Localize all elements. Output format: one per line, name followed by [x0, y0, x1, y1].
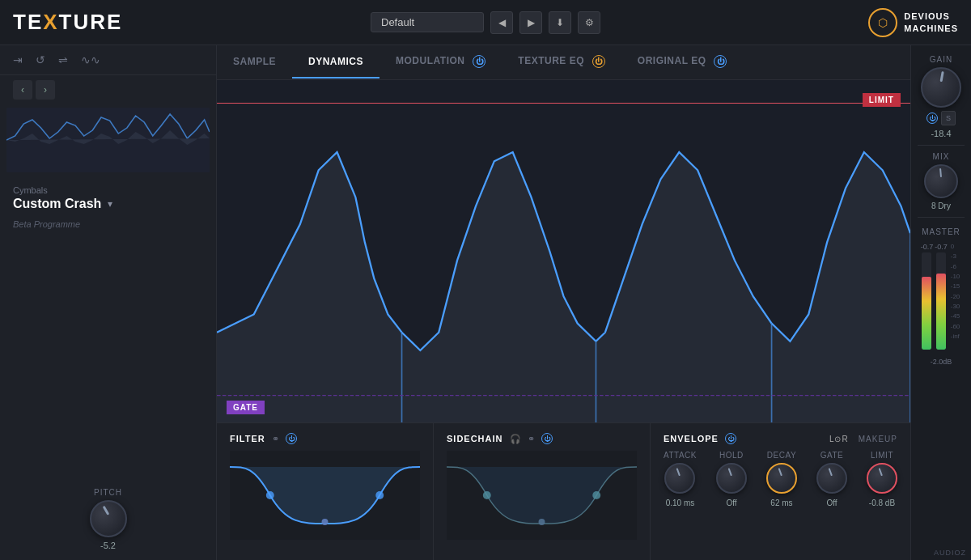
brand-logo: ⬡ DEVIOUS MACHINES: [868, 8, 958, 37]
sidechain-header: SIDECHAIN 🎧 ⚭ ⏻: [447, 433, 637, 444]
toolbar-icon-wave[interactable]: ∿∿: [81, 53, 100, 66]
envelope-header-extra: L⊙R MAKEUP: [829, 435, 897, 443]
svg-point-10: [375, 491, 384, 499]
waveform-svg: [6, 108, 210, 172]
app-logo: TEXTURE: [13, 10, 122, 35]
header-center: Default ◀ ▶ ⬇ ⚙: [371, 11, 600, 34]
sidebar-bottom: PITCH -5.2: [0, 478, 216, 560]
pitch-value: -5.2: [100, 541, 116, 550]
filter-power-btn[interactable]: ⏻: [286, 433, 297, 444]
settings-btn[interactable]: ⚙: [578, 11, 600, 34]
preset-select[interactable]: Default: [371, 12, 484, 32]
tab-texture-eq[interactable]: TEXTURE EQ ⏻: [502, 45, 621, 79]
master-db-value: -2.0dB: [931, 358, 952, 366]
gate-knob[interactable]: [816, 463, 847, 494]
svg-point-11: [322, 519, 329, 525]
filter-header: FILTER ⚭ ⏻: [230, 433, 420, 444]
filter-section: FILTER ⚭ ⏻: [217, 423, 434, 560]
gain-section: GAIN ⏻ S -18.4: [921, 55, 961, 138]
gate-knob-group: GATE Off: [816, 451, 847, 507]
preset-dropdown-arrow[interactable]: ▾: [108, 198, 112, 210]
toolbar-icon-shuffle[interactable]: ⇌: [58, 53, 68, 66]
limit-knob[interactable]: [867, 463, 897, 494]
main-layout: ⇥ ↺ ⇌ ∿∿ ‹ › Cymbals Custom Crash ▾ Beta: [0, 45, 971, 560]
meter-l-peak: -0.7: [921, 243, 934, 251]
mix-section: MIX 8 Dry: [924, 152, 958, 210]
decay-value: 62 ms: [770, 498, 792, 507]
gain-knob[interactable]: [921, 67, 961, 108]
sidebar-nav-prev[interactable]: ‹: [13, 80, 32, 100]
waveform-display: [6, 108, 210, 172]
preset-name: Custom Crash: [13, 197, 101, 211]
filter-link-icon[interactable]: ⚭: [272, 434, 279, 444]
pitch-knob[interactable]: [90, 500, 127, 537]
envelope-title: ENVELOPE: [664, 434, 719, 443]
brand-icon: ⬡: [868, 8, 897, 37]
filter-curve-svg: [230, 451, 420, 540]
tab-dynamics[interactable]: DYNAMICS: [292, 46, 379, 78]
preset-prev-btn[interactable]: ◀: [490, 11, 513, 34]
tab-modulation[interactable]: MODULATION ⏻: [379, 45, 502, 79]
sidechain-curve: [447, 451, 637, 540]
sidechain-headphone-icon[interactable]: 🎧: [510, 434, 521, 444]
svg-point-14: [592, 491, 600, 499]
sidechain-curve-svg: [447, 451, 637, 540]
beta-badge: Beta Programme: [0, 214, 216, 234]
sidebar-nav-next[interactable]: ›: [36, 80, 55, 100]
gain-controls: ⏻ S: [926, 111, 956, 125]
limit-badge: LIMIT: [863, 93, 901, 107]
texture-eq-power-icon[interactable]: ⏻: [592, 55, 605, 68]
meter-l-fill: [922, 277, 931, 350]
attack-knob[interactable]: [664, 463, 695, 494]
audioz-badge: AUDIOZ: [934, 549, 966, 557]
gain-value: -18.4: [931, 129, 951, 138]
limit-value: -0.8 dB: [869, 498, 895, 507]
envelope-power-btn[interactable]: ⏻: [725, 433, 736, 444]
brand-text: DEVIOUS MACHINES: [904, 11, 958, 34]
modulation-power-icon[interactable]: ⏻: [473, 55, 486, 68]
meter-l-bar: [922, 252, 931, 350]
hold-knob[interactable]: [716, 463, 747, 494]
gate-value: Off: [826, 498, 837, 507]
gain-solo-btn[interactable]: S: [941, 111, 956, 125]
divider-2: [918, 217, 965, 218]
sidebar: ⇥ ↺ ⇌ ∿∿ ‹ › Cymbals Custom Crash ▾ Beta: [0, 45, 217, 560]
sidechain-link-icon[interactable]: ⚭: [528, 434, 535, 444]
mix-value: 8 Dry: [931, 202, 951, 210]
limit-label: LIMIT: [871, 451, 893, 460]
hold-knob-group: HOLD Off: [716, 451, 747, 507]
svg-point-15: [539, 519, 545, 525]
hold-label: HOLD: [719, 451, 744, 460]
attack-knob-group: ATTACK 0.10 ms: [664, 451, 697, 507]
gain-label: GAIN: [930, 55, 952, 64]
pitch-label: PITCH: [94, 488, 122, 497]
header: TEXTURE Default ◀ ▶ ⬇ ⚙ ⬡ DEVIOUS MACHIN…: [0, 0, 971, 45]
preset-next-btn[interactable]: ▶: [519, 11, 542, 34]
makeup-label: MAKEUP: [859, 435, 897, 443]
svg-point-9: [266, 491, 274, 499]
attack-value: 0.10 ms: [666, 498, 695, 507]
envelope-section: ENVELOPE ⏻ L⊙R MAKEUP ATTACK 0.10 ms: [651, 423, 910, 560]
meter-r-col: -0.7: [935, 243, 948, 350]
sidechain-power-btn[interactable]: ⏻: [541, 433, 553, 444]
decay-knob[interactable]: [766, 463, 797, 494]
limit-line: [217, 103, 910, 104]
mix-knob[interactable]: [924, 164, 958, 198]
original-eq-power-icon[interactable]: ⏻: [714, 55, 727, 68]
gear-icon: ⚙: [585, 17, 594, 28]
tabs-row: SAMPLE DYNAMICS MODULATION ⏻ TEXTURE EQ …: [217, 45, 910, 80]
tab-original-eq[interactable]: ORIGINAL EQ ⏻: [621, 45, 743, 79]
sidebar-toolbar: ⇥ ↺ ⇌ ∿∿: [0, 45, 216, 75]
attack-label: ATTACK: [664, 451, 697, 460]
preset-category: Cymbals: [13, 185, 203, 195]
gate-label: GATE: [820, 451, 843, 460]
toolbar-icon-loop[interactable]: ↺: [36, 53, 45, 66]
tab-sample[interactable]: SAMPLE: [217, 46, 292, 78]
right-panel: GAIN ⏻ S -18.4 MIX 8 Dry MASTER -0.7: [910, 45, 971, 560]
lr-button[interactable]: L⊙R: [829, 435, 849, 443]
meter-r-fill: [936, 274, 946, 350]
gain-power-btn[interactable]: ⏻: [926, 112, 938, 124]
toolbar-icon-1[interactable]: ⇥: [13, 53, 23, 66]
center-panel: SAMPLE DYNAMICS MODULATION ⏻ TEXTURE EQ …: [217, 45, 910, 560]
download-btn[interactable]: ⬇: [549, 11, 571, 34]
